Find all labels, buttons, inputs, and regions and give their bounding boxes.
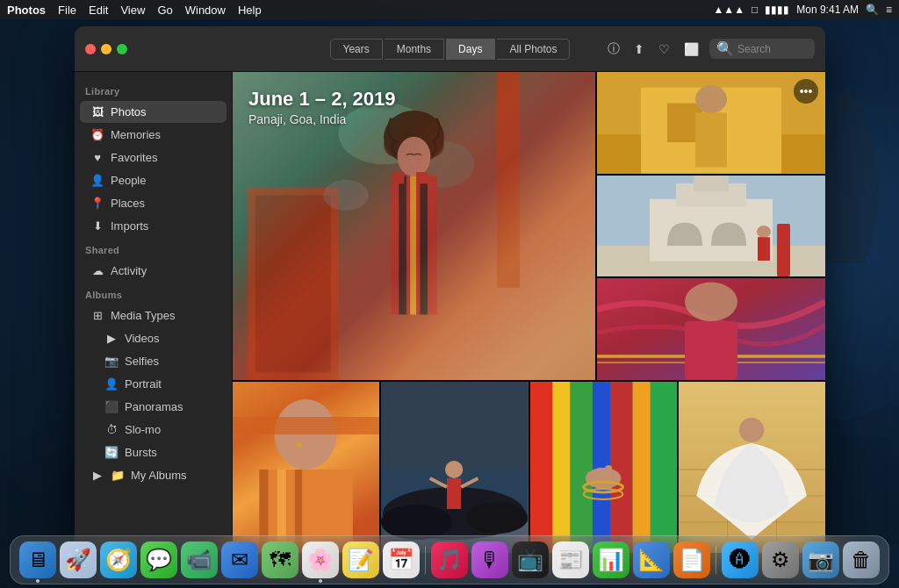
dock-numbers[interactable]: 📊 [593, 541, 629, 578]
tab-months[interactable]: Months [385, 39, 444, 60]
sidebar-item-people[interactable]: 👤 People [80, 169, 227, 191]
svg-rect-40 [233, 417, 379, 434]
dock-notes[interactable]: 📝 [342, 541, 379, 578]
wifi-icon: ▲▲▲ [713, 4, 744, 16]
dock-news[interactable]: 📰 [552, 541, 589, 578]
sidebar-item-imports[interactable]: ⬇ Imports [80, 215, 227, 237]
tab-years[interactable]: Years [330, 39, 383, 60]
safari-icon: 🧭 [105, 548, 132, 572]
menubar-left: Photos File Edit View Go Window Help [7, 4, 262, 17]
menubar-window[interactable]: Window [185, 4, 226, 17]
menubar-edit[interactable]: Edit [89, 4, 108, 17]
imports-icon: ⬇ [90, 219, 104, 233]
photo-grid: June 1 – 2, 2019 Panaji, Goa, India [233, 72, 825, 553]
sidebar-item-places[interactable]: 📍 Places [80, 192, 227, 214]
chevron-icon: ▶ [90, 469, 104, 482]
right-photo-1[interactable]: ••• [597, 72, 825, 174]
keynote-icon: 📐 [638, 548, 665, 572]
dock-safari[interactable]: 🧭 [100, 541, 137, 578]
finder-icon: 🖥 [27, 548, 48, 572]
music-icon: 🎵 [436, 548, 463, 572]
dock-mail[interactable]: ✉ [221, 541, 258, 578]
albums-section-label: Albums [75, 283, 232, 304]
search-box[interactable]: 🔍 [709, 39, 815, 59]
notes-icon: 📝 [348, 548, 374, 572]
svg-rect-62 [650, 382, 676, 553]
sidebar-item-videos-label: Videos [125, 332, 160, 345]
maps-icon: 🗺 [270, 548, 291, 572]
sidebar-item-myalbums[interactable]: ▶ 📁 My Albums [80, 464, 227, 486]
dock-trash[interactable]: 🗑 [843, 541, 880, 578]
dock-pages[interactable]: 📄 [673, 541, 710, 578]
hero-photo[interactable]: June 1 – 2, 2019 Panaji, Goa, India [233, 72, 595, 380]
photos-dock-icon: 🌸 [307, 548, 334, 572]
dock-systemprefs[interactable]: ⚙ [762, 541, 799, 578]
menubar-go[interactable]: Go [157, 4, 172, 17]
search-input[interactable] [737, 43, 808, 55]
tab-days[interactable]: Days [446, 39, 495, 60]
dock-calendar[interactable]: 📅 [383, 541, 420, 578]
sidebar: Library 🖼 Photos ⏰ Memories ♥ Favorites … [75, 72, 233, 553]
dock-messages[interactable]: 💬 [140, 541, 177, 578]
sidebar-item-favorites[interactable]: ♥ Favorites [80, 147, 227, 169]
dock-podcasts[interactable]: 🎙 [471, 541, 508, 578]
menubar-help[interactable]: Help [238, 4, 262, 17]
bottom-photo-4[interactable] [679, 382, 825, 553]
portrait-icon: 👤 [104, 377, 119, 391]
bottom-photo-2[interactable] [381, 382, 528, 553]
sidebar-item-memories[interactable]: ⏰ Memories [80, 124, 227, 146]
tab-allphotos[interactable]: All Photos [497, 39, 570, 60]
dock-camera[interactable]: 📷 [802, 541, 839, 578]
sidebar-item-activity[interactable]: ☁ Activity [80, 260, 227, 282]
favorite-button[interactable]: ♡ [655, 40, 673, 58]
svg-rect-13 [410, 176, 416, 314]
notification-icon[interactable]: ≡ [886, 4, 892, 16]
menubar-app-name[interactable]: Photos [7, 4, 46, 17]
dock-keynote[interactable]: 📐 [633, 541, 670, 578]
svg-rect-3 [255, 195, 331, 372]
dock-music[interactable]: 🎵 [431, 541, 468, 578]
sidebar-item-memories-label: Memories [111, 128, 161, 141]
right-photos: ••• [597, 72, 825, 380]
bottom-photo-3[interactable] [530, 382, 677, 553]
bottom-photo-1[interactable] [233, 382, 379, 553]
dock-appstore[interactable]: 🅐 [722, 541, 759, 578]
info-button[interactable]: ⓘ [604, 39, 623, 59]
spotlight-icon[interactable]: 🔍 [866, 4, 879, 16]
rotate-button[interactable]: ⬜ [680, 40, 702, 58]
dock-launchpad[interactable]: 🚀 [60, 541, 97, 578]
minimize-button[interactable] [101, 44, 111, 54]
menubar-right: ▲▲▲ □ ▮▮▮▮ Mon 9:41 AM 🔍 ≡ [713, 4, 892, 16]
dock-facetime[interactable]: 📹 [181, 541, 218, 578]
myalbums-icon: 📁 [111, 469, 125, 482]
share-button[interactable]: ⬆ [630, 40, 648, 58]
sidebar-item-photos[interactable]: 🖼 Photos [80, 101, 227, 123]
sidebar-item-slomo[interactable]: ⏱ Slo-mo [80, 419, 227, 441]
dock-separator-2 [716, 546, 716, 574]
dock-appletv[interactable]: 📺 [512, 541, 549, 578]
maximize-button[interactable] [117, 44, 127, 54]
menubar-file[interactable]: File [58, 4, 76, 17]
more-button[interactable]: ••• [794, 79, 818, 104]
svg-rect-56 [530, 382, 552, 553]
sidebar-item-bursts[interactable]: 🔄 Bursts [80, 441, 227, 463]
dock-photos[interactable]: 🌸 [302, 541, 339, 578]
menubar-view[interactable]: View [120, 4, 145, 17]
sidebar-item-portrait[interactable]: 👤 Portrait [80, 373, 227, 395]
right-photo-2[interactable] [597, 176, 825, 277]
people-icon: 👤 [90, 174, 104, 187]
right-photo-3[interactable] [597, 278, 825, 380]
mediatypes-icon: ⊞ [90, 309, 104, 322]
pages-icon: 📄 [679, 548, 705, 572]
close-button[interactable] [85, 44, 96, 54]
sidebar-item-selfies[interactable]: 📷 Selfies [80, 350, 227, 372]
sidebar-item-photos-label: Photos [111, 105, 146, 118]
sidebar-item-videos[interactable]: ▶ Videos [80, 327, 227, 349]
svg-rect-61 [632, 382, 650, 553]
dock-finder[interactable]: 🖥 [19, 541, 56, 578]
svg-rect-64 [596, 468, 603, 490]
sidebar-item-panoramas-label: Panoramas [125, 400, 183, 413]
sidebar-item-mediatypes[interactable]: ⊞ Media Types [80, 305, 227, 326]
sidebar-item-panoramas[interactable]: ⬛ Panoramas [80, 396, 227, 418]
dock-maps[interactable]: 🗺 [262, 541, 298, 578]
